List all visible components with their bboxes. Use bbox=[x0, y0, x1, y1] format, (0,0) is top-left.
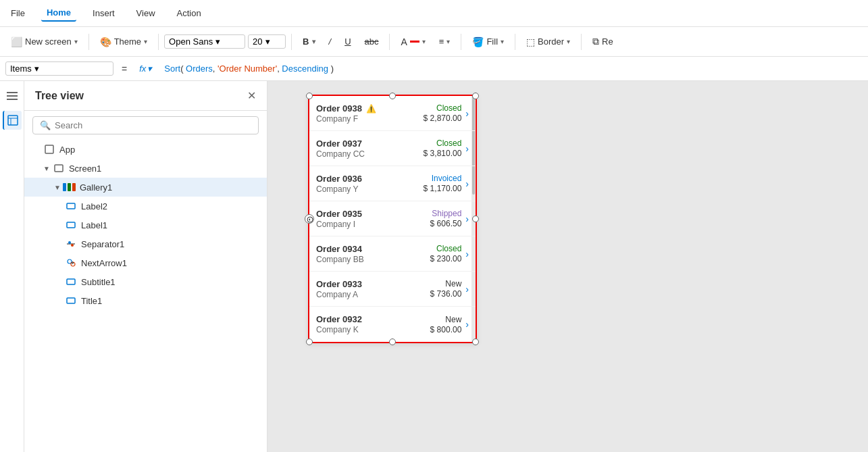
gallery-item-0938[interactable]: Order 0938 ⚠️ Company F Closed $ 2,870.0… bbox=[309, 96, 476, 131]
main-area: Tree view ✕ 🔍 App ▼ Scr bbox=[0, 81, 868, 452]
gallery-item-0933-amount: $ 736.00 bbox=[430, 289, 462, 299]
tree-item-nextarrow1[interactable]: NextArrow1 bbox=[24, 253, 267, 272]
formula-selector-value: Items bbox=[10, 64, 32, 74]
gallery-item-0934-chevron-icon[interactable]: › bbox=[465, 249, 469, 259]
handle-middle-left[interactable] bbox=[305, 214, 314, 224]
screen1-icon bbox=[53, 162, 65, 174]
gallery-item-0933-chevron-icon[interactable]: › bbox=[465, 284, 469, 295]
formula-fx-button[interactable]: fx ▾ bbox=[135, 62, 156, 75]
svg-rect-15 bbox=[67, 279, 75, 284]
theme-chevron-icon: ▾ bbox=[144, 38, 147, 45]
tree-close-button[interactable]: ✕ bbox=[247, 89, 256, 102]
formula-selector[interactable]: Items ▾ bbox=[5, 61, 113, 76]
gallery-item-0933-right: New $ 736.00 bbox=[430, 279, 462, 299]
strikethrough-button[interactable]: abc bbox=[359, 34, 384, 49]
handle-bottom-middle[interactable] bbox=[389, 338, 396, 345]
new-screen-button[interactable]: ⬜ New screen ▾ bbox=[5, 34, 83, 50]
gallery-item-0938-right: Closed $ 2,870.00 bbox=[424, 103, 462, 123]
tree-title: Tree view bbox=[35, 90, 84, 102]
tree-search-container: 🔍 bbox=[32, 116, 259, 134]
gallery-item-0937-title: Order 0937 bbox=[316, 139, 424, 149]
gallery-item-0932[interactable]: Order 0932 Company K New $ 800.00 › bbox=[309, 307, 476, 342]
theme-button[interactable]: 🎨 Theme ▾ bbox=[95, 34, 153, 50]
gallery-item-0938-chevron-icon[interactable]: › bbox=[465, 108, 469, 119]
handle-top-middle[interactable] bbox=[389, 93, 396, 99]
handle-bottom-left[interactable] bbox=[306, 338, 313, 345]
gallery-item-0932-status: New bbox=[445, 315, 461, 324]
bold-button[interactable]: B ▾ bbox=[297, 34, 320, 49]
handle-bottom-right[interactable] bbox=[472, 338, 479, 345]
font-family-select[interactable]: Open Sans ▾ bbox=[164, 34, 245, 49]
menu-item-home[interactable]: Home bbox=[41, 5, 76, 22]
gallery-item-0934[interactable]: Order 0934 Company BB Closed $ 230.00 › bbox=[309, 236, 476, 272]
gallery-item-0935-status: Shipped bbox=[432, 209, 461, 218]
screen1-expand-icon: ▼ bbox=[43, 165, 50, 172]
tree-item-label1[interactable]: Label1 bbox=[24, 216, 267, 234]
italic-button[interactable]: / bbox=[324, 34, 337, 49]
gallery-item-0937[interactable]: Order 0937 Company CC Closed $ 3,810.00 … bbox=[309, 131, 476, 166]
nextarrow1-icon bbox=[65, 257, 77, 269]
tree-item-screen1[interactable]: ▼ Screen1 bbox=[24, 159, 267, 178]
app-icon bbox=[43, 143, 55, 155]
tree-item-gallery1[interactable]: ▼ Gallery1 bbox=[24, 178, 267, 197]
new-screen-label: New screen bbox=[25, 36, 72, 47]
gallery-item-0937-content: Order 0937 Company CC bbox=[316, 139, 424, 159]
formula-selector-chevron-icon: ▾ bbox=[34, 64, 39, 74]
gallery-item-0935[interactable]: Order 0935 Company I Shipped $ 606.50 › bbox=[309, 201, 476, 236]
gallery1-icon bbox=[63, 181, 76, 193]
align-chevron-icon: ▾ bbox=[446, 38, 450, 45]
tree-item-subtitle1[interactable]: Subtitle1 bbox=[24, 272, 267, 291]
font-color-button[interactable]: A ▾ bbox=[395, 34, 430, 50]
tree-item-separator1[interactable]: Separator1 bbox=[24, 234, 267, 253]
handle-middle-right[interactable] bbox=[472, 216, 479, 222]
font-size-select[interactable]: 20 ▾ bbox=[248, 34, 286, 49]
tree-item-label1-label: Label1 bbox=[81, 220, 259, 230]
svg-rect-3 bbox=[8, 116, 18, 125]
toolbar-separator-5 bbox=[461, 34, 461, 50]
menu-item-file[interactable]: File bbox=[5, 5, 30, 21]
tree-search-input[interactable] bbox=[55, 120, 251, 130]
reorder-label: Re bbox=[602, 36, 613, 47]
gallery-widget[interactable]: Order 0938 ⚠️ Company F Closed $ 2,870.0… bbox=[308, 95, 477, 343]
gallery-item-0932-chevron-icon[interactable]: › bbox=[465, 319, 469, 330]
menu-item-view[interactable]: View bbox=[131, 5, 161, 21]
fill-button[interactable]: 🪣 Fill ▾ bbox=[467, 34, 509, 50]
tree-panel: Tree view ✕ 🔍 App ▼ Scr bbox=[24, 81, 267, 452]
canvas-area: Order 0938 ⚠️ Company F Closed $ 2,870.0… bbox=[267, 81, 868, 452]
menu-item-action[interactable]: Action bbox=[172, 5, 207, 21]
formula-arg-orders: Orders bbox=[186, 64, 213, 74]
gallery-item-0938-status: Closed bbox=[436, 103, 461, 113]
formula-keyword-sort: Sort bbox=[164, 64, 180, 74]
svg-rect-6 bbox=[45, 145, 53, 153]
italic-label: / bbox=[329, 36, 332, 47]
handle-top-right[interactable] bbox=[472, 93, 479, 99]
font-color-icon: A bbox=[401, 36, 407, 47]
gallery-item-0935-content: Order 0935 Company I bbox=[316, 209, 430, 229]
menu-item-insert[interactable]: Insert bbox=[87, 5, 120, 21]
svg-rect-9 bbox=[67, 222, 75, 228]
sidebar-hamburger-icon[interactable] bbox=[3, 86, 22, 105]
sidebar-layers-icon[interactable] bbox=[3, 111, 22, 130]
gallery-item-0933-status: New bbox=[445, 279, 461, 288]
gallery-item-0934-status: Closed bbox=[436, 244, 461, 253]
label1-icon bbox=[65, 219, 77, 231]
reorder-button[interactable]: ⧉ Re bbox=[587, 33, 619, 50]
toolbar-separator-4 bbox=[389, 34, 390, 50]
gallery-item-0936[interactable]: Order 0936 Company Y Invoiced $ 1,170.00… bbox=[309, 166, 476, 201]
tree-item-title1[interactable]: Title1 bbox=[24, 291, 267, 310]
gallery-item-0936-chevron-icon[interactable]: › bbox=[465, 178, 469, 189]
underline-button[interactable]: U bbox=[339, 34, 356, 49]
tree-item-app[interactable]: App bbox=[24, 140, 267, 159]
gallery-item-0933[interactable]: Order 0933 Company A New $ 736.00 › bbox=[309, 272, 476, 307]
border-button[interactable]: ⬚ Border ▾ bbox=[521, 34, 576, 50]
formula-content[interactable]: Sort( Orders, 'Order Number', Descending… bbox=[159, 62, 863, 75]
gallery-item-0934-company: Company BB bbox=[316, 255, 430, 264]
gallery-item-0935-chevron-icon[interactable]: › bbox=[465, 214, 469, 224]
gallery-item-0933-title: Order 0933 bbox=[316, 279, 430, 289]
formula-fx-chevron-icon: ▾ bbox=[147, 64, 152, 74]
align-button[interactable]: ≡ ▾ bbox=[434, 34, 456, 49]
tree-item-label2[interactable]: Label2 bbox=[24, 197, 267, 216]
theme-icon: 🎨 bbox=[100, 36, 111, 47]
gallery-item-0937-chevron-icon[interactable]: › bbox=[465, 143, 469, 154]
handle-top-left[interactable] bbox=[306, 93, 313, 99]
